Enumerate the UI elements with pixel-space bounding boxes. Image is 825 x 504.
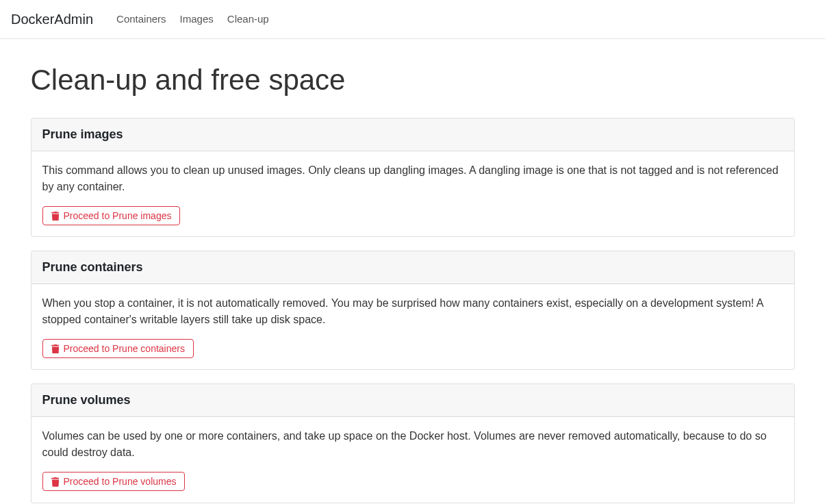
card-desc: Volumes can be used by one or more conta… bbox=[42, 428, 783, 461]
button-label: Proceed to Prune volumes bbox=[64, 476, 177, 487]
brand-link[interactable]: DockerAdmin bbox=[11, 5, 93, 33]
prune-images-button[interactable]: Proceed to Prune images bbox=[42, 206, 181, 225]
card-body: Volumes can be used by one or more conta… bbox=[31, 417, 794, 502]
card-header: Prune volumes bbox=[31, 384, 794, 417]
main-container: Clean-up and free space Prune images Thi… bbox=[23, 58, 803, 504]
trash-icon bbox=[51, 212, 60, 220]
card-header: Prune images bbox=[31, 118, 794, 151]
card-desc: This command allows you to clean up unus… bbox=[42, 162, 783, 195]
button-label: Proceed to Prune containers bbox=[64, 343, 185, 354]
card-prune-images: Prune images This command allows you to … bbox=[31, 118, 795, 237]
trash-icon bbox=[51, 344, 60, 353]
card-prune-volumes: Prune volumes Volumes can be used by one… bbox=[31, 383, 795, 503]
navbar: DockerAdmin Containers Images Clean-up bbox=[0, 0, 825, 39]
nav-containers[interactable]: Containers bbox=[110, 6, 173, 33]
card-desc: When you stop a container, it is not aut… bbox=[42, 295, 783, 328]
page-title: Clean-up and free space bbox=[31, 58, 795, 101]
nav-images[interactable]: Images bbox=[173, 6, 220, 33]
card-header: Prune containers bbox=[31, 251, 794, 284]
button-label: Proceed to Prune images bbox=[64, 210, 172, 221]
trash-icon bbox=[51, 477, 60, 486]
card-prune-containers: Prune containers When you stop a contain… bbox=[31, 251, 795, 370]
card-body: When you stop a container, it is not aut… bbox=[31, 284, 794, 369]
prune-containers-button[interactable]: Proceed to Prune containers bbox=[42, 339, 194, 358]
card-body: This command allows you to clean up unus… bbox=[31, 151, 794, 236]
nav-cleanup[interactable]: Clean-up bbox=[220, 6, 276, 33]
prune-volumes-button[interactable]: Proceed to Prune volumes bbox=[42, 472, 186, 491]
